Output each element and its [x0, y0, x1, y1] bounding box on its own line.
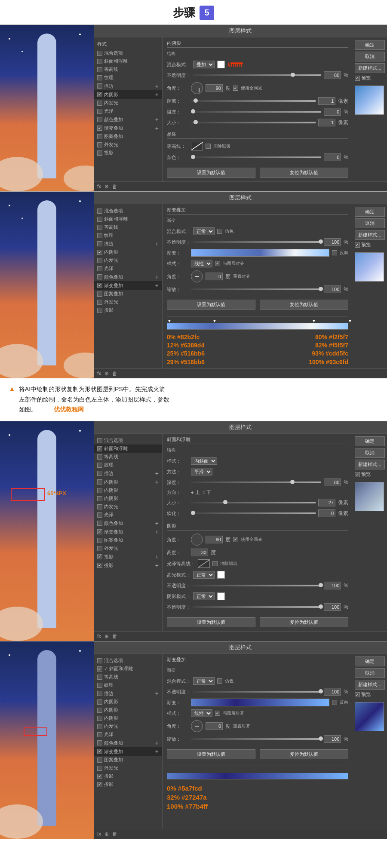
- confirm-btn-4[interactable]: 确定: [355, 656, 385, 666]
- checkbox[interactable]: [97, 504, 102, 509]
- style-item[interactable]: 图案叠加: [94, 536, 162, 544]
- checkbox[interactable]: [97, 724, 102, 729]
- style-item[interactable]: 投影: [94, 780, 162, 788]
- preview-check-2[interactable]: [355, 242, 360, 248]
- style-item[interactable]: 颜色叠加 +: [94, 273, 162, 281]
- delete-icon-2[interactable]: 🗑: [112, 371, 117, 377]
- style-item[interactable]: 纹理: [94, 461, 162, 469]
- checkbox[interactable]: [97, 463, 102, 468]
- style-item-bevel-active[interactable]: 斜面和浮雕: [94, 445, 162, 453]
- checkbox[interactable]: [97, 732, 102, 737]
- style-item[interactable]: 渐变叠加 +: [94, 528, 162, 536]
- style-item-contour[interactable]: 等高线: [94, 65, 162, 74]
- checkbox[interactable]: [97, 496, 102, 501]
- plus-icon[interactable]: +: [155, 520, 159, 527]
- style-item[interactable]: 混合选项: [94, 656, 162, 665]
- style-item[interactable]: 内发光: [94, 256, 162, 264]
- noise-input[interactable]: [324, 153, 341, 161]
- angle-dial-4[interactable]: [191, 720, 203, 732]
- checkbox-color-overlay[interactable]: [97, 117, 102, 122]
- checkbox[interactable]: [97, 308, 102, 313]
- checkbox[interactable]: [97, 740, 102, 745]
- noise-slider[interactable]: [191, 156, 321, 158]
- style-item[interactable]: 外发光: [94, 544, 162, 552]
- reverse-checkbox-4[interactable]: [332, 700, 337, 705]
- delete-icon[interactable]: 🗑: [112, 184, 117, 190]
- depth-input[interactable]: [324, 478, 341, 486]
- style-item[interactable]: 描边 +: [94, 469, 162, 478]
- scale-slider[interactable]: [191, 288, 321, 290]
- fx-icon[interactable]: fx: [97, 184, 101, 190]
- plus-icon[interactable]: +: [155, 470, 159, 477]
- size-input-bevel[interactable]: [318, 499, 335, 506]
- highlight-mode-select[interactable]: 正常: [193, 571, 215, 579]
- checkbox-contour[interactable]: [97, 67, 102, 72]
- checkbox[interactable]: [97, 438, 102, 443]
- opacity-input-4[interactable]: [324, 688, 341, 696]
- checkbox[interactable]: [97, 258, 102, 263]
- blend-select-4[interactable]: 正常: [193, 677, 215, 685]
- checkbox[interactable]: [97, 766, 102, 771]
- style-select[interactable]: 线性: [191, 260, 212, 267]
- style-item[interactable]: 等高线: [94, 673, 162, 681]
- style-item-gradient-active[interactable]: 渐变叠加 +: [94, 281, 162, 290]
- opacity-slider-2[interactable]: [193, 241, 321, 243]
- style-item[interactable]: 光泽: [94, 511, 162, 519]
- style-item-drop-shadow[interactable]: 投影: [94, 149, 162, 157]
- style-item[interactable]: 纹理: [94, 231, 162, 239]
- checkbox[interactable]: [97, 749, 102, 754]
- size-slider-bevel[interactable]: [191, 502, 316, 503]
- checkbox[interactable]: [97, 446, 102, 451]
- use-global-checkbox[interactable]: [233, 86, 238, 91]
- plus-icon[interactable]: +: [155, 83, 159, 89]
- gloss-anti-alias[interactable]: [212, 561, 218, 566]
- tech-select[interactable]: 平滑: [191, 468, 212, 475]
- style-item[interactable]: 投影 +: [94, 561, 162, 570]
- style-item[interactable]: 描边 +: [94, 689, 162, 698]
- reverse-checkbox[interactable]: [332, 250, 337, 255]
- style-item-inner-glow[interactable]: 内发光: [94, 99, 162, 107]
- angle-dial-2[interactable]: [191, 270, 203, 282]
- set-default-btn-4[interactable]: 设置为默认值: [167, 749, 255, 759]
- shadow-color[interactable]: [217, 592, 225, 600]
- checkbox-inner-glow[interactable]: [97, 101, 102, 106]
- style-item-color-overlay[interactable]: 颜色叠加 +: [94, 115, 162, 124]
- checkbox[interactable]: [97, 241, 102, 246]
- checkbox[interactable]: [97, 554, 102, 559]
- add-icon[interactable]: ⊕: [104, 184, 109, 190]
- cancel-btn[interactable]: 取消: [355, 52, 385, 61]
- style-item[interactable]: 光泽: [94, 264, 162, 273]
- highlight-color[interactable]: [217, 571, 225, 579]
- gloss-contour-preview[interactable]: [198, 559, 210, 568]
- checkbox[interactable]: [97, 782, 102, 787]
- plus-icon[interactable]: +: [155, 478, 159, 485]
- new-style-btn[interactable]: 新建样式...: [355, 63, 385, 73]
- checkbox[interactable]: [97, 479, 102, 485]
- checkbox-gradient-overlay[interactable]: [97, 126, 102, 131]
- scale-input[interactable]: [324, 285, 341, 293]
- checkbox[interactable]: [97, 454, 102, 460]
- set-default-btn-3[interactable]: 设置为默认值: [167, 617, 255, 627]
- style-item-outer-glow[interactable]: 外发光: [94, 141, 162, 149]
- angle-input-2[interactable]: [206, 273, 223, 280]
- new-style-btn-3[interactable]: 新建样式...: [355, 460, 385, 469]
- style-item-blend[interactable]: 混合选项: [94, 49, 162, 57]
- style-item[interactable]: 内阴影: [94, 714, 162, 722]
- reset-default-btn-2[interactable]: 复位为默认值: [260, 300, 348, 310]
- use-global-bevel[interactable]: [233, 537, 238, 542]
- blend-select[interactable]: 正常: [193, 227, 215, 235]
- style-item-satin[interactable]: 光泽: [94, 107, 162, 115]
- style-item[interactable]: 混合选项: [94, 436, 162, 445]
- checkbox-outer-glow[interactable]: [97, 142, 102, 147]
- style-select-4[interactable]: 线性: [191, 709, 212, 717]
- style-item-texture[interactable]: 纹理: [94, 74, 162, 82]
- style-item[interactable]: 内阴影 +: [94, 478, 162, 486]
- plus-icon[interactable]: +: [155, 739, 159, 746]
- choke-slider[interactable]: [191, 111, 321, 113]
- direction-up[interactable]: ● 上: [191, 489, 200, 496]
- checkbox[interactable]: [97, 274, 102, 279]
- checkbox[interactable]: [97, 683, 102, 688]
- size-slider[interactable]: [191, 122, 316, 123]
- checkbox[interactable]: [97, 250, 102, 255]
- style-item[interactable]: 内阴影: [94, 494, 162, 503]
